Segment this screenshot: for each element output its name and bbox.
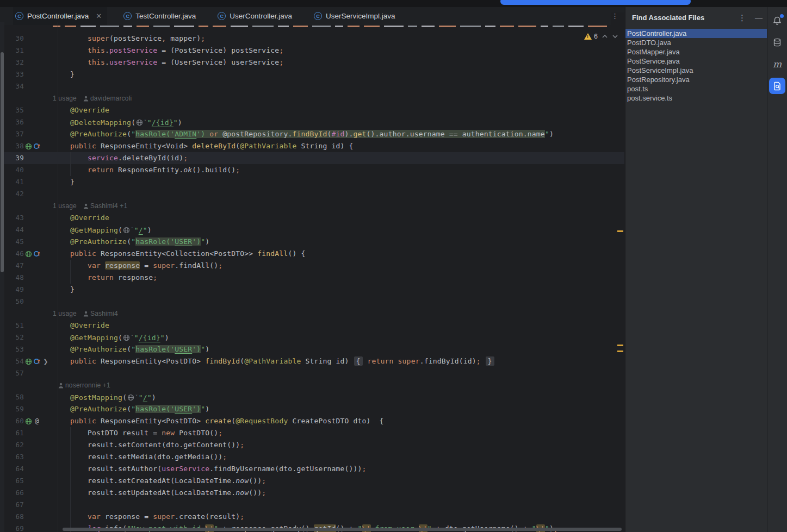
code-text: result.setContent(dto.getContent()); xyxy=(53,439,244,451)
code-text: @PreAuthorize("hasRole('ADMIN') or @post… xyxy=(53,128,554,140)
maven-tool-icon[interactable]: m xyxy=(769,56,785,72)
tab-label: TestController.java xyxy=(135,12,196,20)
associated-file-item[interactable]: PostServiceImpl.java xyxy=(625,66,767,75)
prev-issue-icon[interactable] xyxy=(602,34,608,39)
associated-file-item[interactable]: PostController.java xyxy=(625,29,767,38)
associated-file-item[interactable]: post.service.ts xyxy=(625,93,767,103)
usages-hint[interactable]: 1 usage xyxy=(53,202,77,210)
tab-PostController.java[interactable]: CPostController.java✕ xyxy=(13,7,107,25)
associated-file-item[interactable]: post.ts xyxy=(625,84,767,93)
find-associated-files-tool-icon[interactable] xyxy=(769,78,785,94)
line-number[interactable]: 60 xyxy=(4,415,24,427)
notifications-bell-icon[interactable] xyxy=(769,12,785,29)
rest-endpoint-icon[interactable] xyxy=(24,142,32,150)
associated-file-item[interactable]: PostRepository.java xyxy=(625,75,767,84)
code-text: public ResponseEntity<Collection<PostDTO… xyxy=(53,248,305,260)
line-number[interactable]: 67 xyxy=(4,499,24,511)
code-line: 45 @PreAuthorize("hasRole('USER')") xyxy=(4,236,624,248)
line-number[interactable]: 42 xyxy=(4,188,24,200)
line-number[interactable]: 51 xyxy=(4,320,24,331)
code-line: 53 @PreAuthorize("hasRole('USER')") xyxy=(4,343,624,355)
error-stripe-mark[interactable] xyxy=(617,351,623,352)
line-number[interactable]: 43 xyxy=(4,212,24,224)
line-number[interactable]: 53 xyxy=(4,343,24,355)
line-number[interactable]: 39 xyxy=(4,152,24,164)
line-number[interactable]: 32 xyxy=(4,57,24,68)
line-number[interactable]: 30 xyxy=(4,33,24,45)
line-number[interactable]: 40 xyxy=(4,164,24,176)
left-scrollbar-track[interactable] xyxy=(0,22,4,532)
usages-hint[interactable]: 1 usage xyxy=(53,95,77,102)
line-number[interactable]: 50 xyxy=(4,296,24,308)
code-line: 33 } xyxy=(4,68,624,80)
line-number[interactable]: 36 xyxy=(4,116,24,128)
error-stripe-mark[interactable] xyxy=(617,230,623,232)
line-number[interactable]: 44 xyxy=(4,224,24,236)
author-hint[interactable]: noserronnie +1 xyxy=(65,381,110,389)
line-number[interactable]: 45 xyxy=(4,236,24,248)
next-issue-icon[interactable] xyxy=(612,34,618,39)
implementing-method-icon[interactable] xyxy=(33,142,41,150)
author-hint[interactable]: davidemarcoli xyxy=(90,95,132,102)
rest-endpoint-icon[interactable] xyxy=(24,250,32,258)
line-number[interactable]: 47 xyxy=(4,260,24,272)
code-editor[interactable]: 30 super(postService, mapper);31 this.po… xyxy=(4,25,624,532)
line-number[interactable]: 34 xyxy=(4,80,24,92)
code-line: 37 @PreAuthorize("hasRole('ADMIN') or @p… xyxy=(4,128,624,140)
associated-files-list: PostController.javaPostDTO.javaPostMappe… xyxy=(625,29,767,103)
tab-UserController.java[interactable]: CUserController.java xyxy=(215,7,298,25)
gutter-icons: ❯ xyxy=(24,357,49,366)
line-number[interactable]: 52 xyxy=(4,331,24,343)
fold-arrow-icon[interactable]: ❯ xyxy=(42,358,49,365)
line-number[interactable]: 68 xyxy=(4,511,24,523)
line-number[interactable]: 41 xyxy=(4,176,24,188)
associated-file-item[interactable]: PostMapper.java xyxy=(625,47,767,57)
line-number[interactable]: 61 xyxy=(4,427,24,439)
line-number[interactable]: 69 xyxy=(4,523,24,532)
line-number[interactable]: 57 xyxy=(4,367,24,379)
line-number[interactable]: 66 xyxy=(4,487,24,499)
annotation-gutter-icon[interactable]: @ xyxy=(33,417,41,425)
left-scrollbar-thumb[interactable] xyxy=(1,52,4,272)
author-hint[interactable]: Sashimi4 +1 xyxy=(90,202,127,210)
database-tool-icon[interactable] xyxy=(769,34,785,51)
tab-close-icon[interactable]: ✕ xyxy=(96,12,102,20)
line-number[interactable]: 33 xyxy=(4,68,24,80)
tab-TestController.java[interactable]: CTestController.java xyxy=(121,7,201,25)
code-text: @Override xyxy=(53,320,109,331)
line-number[interactable]: 63 xyxy=(4,451,24,463)
line-number[interactable]: 48 xyxy=(4,272,24,284)
line-number[interactable]: 49 xyxy=(4,284,24,296)
usages-hint[interactable]: 1 usage xyxy=(53,310,77,317)
code-text: @PreAuthorize("hasRole('USER')") xyxy=(53,343,209,355)
find-associated-files-panel: Find Associated Files ⋮ — PostController… xyxy=(625,7,767,532)
line-number[interactable]: 37 xyxy=(4,128,24,140)
rest-endpoint-icon[interactable] xyxy=(24,417,32,425)
line-number[interactable]: 54 xyxy=(4,355,24,367)
line-number[interactable]: 64 xyxy=(4,463,24,475)
line-number[interactable]: 46 xyxy=(4,248,24,260)
error-stripe-mark[interactable] xyxy=(617,345,623,346)
associated-file-item[interactable]: PostDTO.java xyxy=(625,38,767,47)
inspections-widget[interactable]: 6 xyxy=(584,32,618,41)
line-number[interactable]: 38 xyxy=(4,140,24,152)
author-hint[interactable]: Sashimi4 xyxy=(90,310,118,317)
panel-minimize-icon[interactable]: — xyxy=(755,13,763,22)
line-number[interactable]: 62 xyxy=(4,439,24,451)
code-text: result.setAuthor(userService.findByUsern… xyxy=(53,463,367,475)
horizontal-scrollbar-thumb[interactable] xyxy=(63,528,622,531)
tab-UserServiceImpl.java[interactable]: CUserServiceImpl.java xyxy=(312,7,401,25)
rest-endpoint-icon[interactable] xyxy=(24,358,32,365)
implementing-method-icon[interactable] xyxy=(33,358,41,365)
line-number[interactable]: 35 xyxy=(4,104,24,116)
line-number[interactable]: 65 xyxy=(4,475,24,487)
line-number[interactable]: 59 xyxy=(4,403,24,415)
line-number[interactable]: 31 xyxy=(4,45,24,57)
code-text: super(postService, mapper); xyxy=(53,33,205,45)
panel-options-kebab-icon[interactable]: ⋮ xyxy=(738,14,746,22)
code-line: 54❯ public ResponseEntity<PostDTO> findB… xyxy=(4,355,624,367)
implementing-method-icon[interactable] xyxy=(33,250,41,258)
line-number[interactable]: 58 xyxy=(4,391,24,403)
associated-file-item[interactable]: PostService.java xyxy=(625,57,767,66)
code-line: 34 xyxy=(4,80,624,92)
